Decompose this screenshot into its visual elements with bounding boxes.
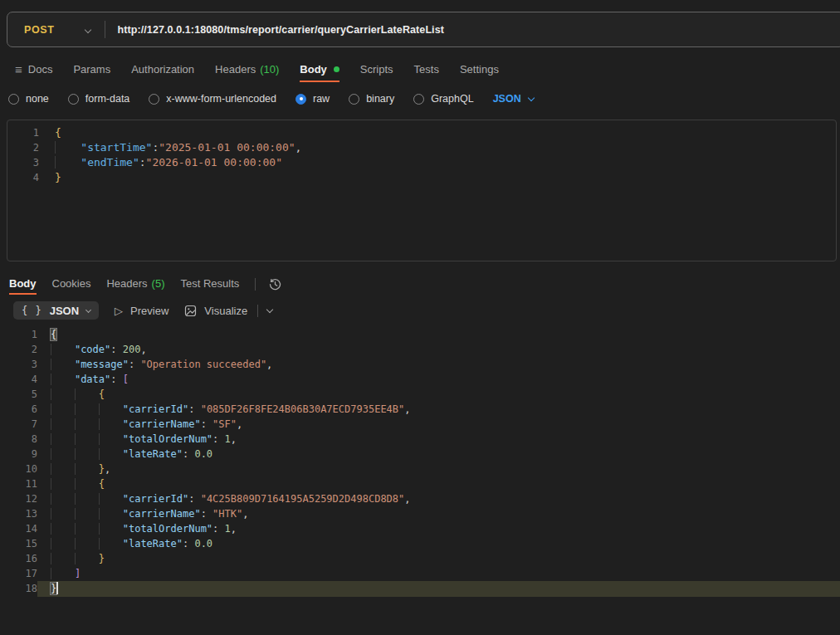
line-number: 15 (0, 536, 37, 551)
code-line[interactable]: 10 }, (0, 462, 840, 476)
body-type-row: none form-data x-www-form-urlencoded raw… (8, 86, 840, 111)
line-number: 18 (0, 581, 37, 597)
chevron-down-icon (527, 95, 534, 101)
line-number: 3 (7, 155, 39, 170)
line-number: 14 (0, 521, 37, 536)
tab-label: Tests (414, 63, 439, 76)
body-type-binary[interactable]: binary (349, 93, 394, 105)
code-line[interactable]: 12 "carrierId": "4C25B809D7164195A5259D2… (0, 491, 840, 506)
request-body-editor[interactable]: 1{2 "startTime":"2025-01-01 00:00:00",3 … (7, 120, 837, 261)
code-line[interactable]: 1{ (7, 125, 836, 140)
image-icon (184, 305, 197, 317)
body-type-x-www-form-urlencoded[interactable]: x-www-form-urlencoded (149, 93, 276, 105)
docs-icon: ≡ (15, 63, 22, 76)
url-input[interactable]: http://127.0.0.1:18080/tms/report/carrie… (117, 24, 444, 36)
radio-icon (295, 94, 306, 105)
tab-response-headers[interactable]: Headers (5) (106, 273, 164, 295)
tab-label: Headers (215, 63, 256, 76)
line-number: 2 (7, 140, 39, 155)
tab-scripts[interactable]: Scripts (360, 56, 393, 82)
code-line[interactable]: 18} (0, 581, 840, 597)
body-type-graphql[interactable]: GraphQL (413, 93, 473, 105)
line-number: 4 (0, 372, 37, 387)
tab-label: Headers (106, 277, 147, 290)
code-line[interactable]: 6 "carrierId": "085DF26F8FE24B06B30A7ECD… (0, 402, 840, 417)
tab-params[interactable]: Params (73, 56, 110, 82)
preview-button[interactable]: ▷ Preview (115, 305, 168, 317)
code-line[interactable]: 3 "endTime":"2026-01-01 00:00:00" (7, 155, 836, 170)
code-line[interactable]: 4 "data": [ (0, 372, 840, 387)
line-number: 10 (0, 462, 37, 476)
line-number: 4 (7, 170, 39, 185)
tab-label: Body (300, 63, 327, 76)
more-options-chevron[interactable] (266, 306, 273, 313)
tab-settings[interactable]: Settings (460, 56, 499, 82)
line-number: 8 (0, 432, 37, 447)
visualize-label: Visualize (204, 305, 247, 317)
line-number: 11 (0, 476, 37, 491)
request-url-bar: POST http://127.0.0.1:18080/tms/report/c… (7, 12, 840, 47)
code-line[interactable]: 2 "code": 200, (0, 342, 840, 357)
raw-format-select[interactable]: JSON (493, 93, 534, 105)
line-number: 16 (0, 551, 37, 566)
radio-label: x-www-form-urlencoded (166, 93, 276, 105)
url-bar-divider (105, 21, 105, 38)
radio-label: raw (313, 93, 330, 105)
code-line[interactable]: 9 "lateRate": 0.0 (0, 447, 840, 462)
line-number: 3 (0, 357, 37, 372)
response-body-editor[interactable]: 1{2 "code": 200,3 "message": "Operation … (0, 327, 840, 597)
radio-icon (8, 94, 19, 105)
line-number: 1 (0, 327, 37, 342)
tab-response-cookies[interactable]: Cookies (52, 273, 91, 295)
tab-label: Settings (460, 63, 499, 76)
chevron-down-icon (85, 306, 91, 312)
tab-label: Params (73, 63, 110, 76)
controls-divider (257, 305, 258, 317)
code-line[interactable]: 13 "carrierName": "HTK", (0, 506, 840, 521)
tab-label: Authorization (131, 63, 194, 76)
code-line[interactable]: 15 "lateRate": 0.0 (0, 536, 840, 551)
tab-docs[interactable]: ≡ Docs (15, 56, 52, 82)
radio-icon (149, 94, 159, 105)
history-clock-icon (268, 277, 282, 291)
tab-body[interactable]: Body (300, 56, 339, 82)
response-tabs: Body Cookies Headers (5) Test Results (9, 273, 840, 295)
code-line[interactable]: 16 } (0, 551, 840, 566)
tab-tests[interactable]: Tests (414, 56, 439, 82)
body-type-form-data[interactable]: form-data (68, 93, 130, 105)
code-line[interactable]: 8 "totalOrderNum": 1, (0, 432, 840, 447)
tab-test-results[interactable]: Test Results (181, 273, 240, 295)
method-selector[interactable]: POST (24, 24, 54, 36)
code-line[interactable]: 11 { (0, 476, 840, 491)
code-line[interactable]: 5 { (0, 387, 840, 402)
tab-response-body[interactable]: Body (9, 273, 37, 295)
radio-icon (68, 94, 79, 105)
tab-authorization[interactable]: Authorization (131, 56, 194, 82)
radio-icon (349, 94, 359, 105)
radio-label: form-data (85, 93, 130, 105)
visualize-button[interactable]: Visualize (184, 305, 247, 317)
response-format-button[interactable]: { } JSON (13, 301, 99, 320)
body-type-raw[interactable]: raw (295, 93, 330, 105)
body-type-none[interactable]: none (8, 93, 49, 105)
line-number: 9 (0, 447, 37, 462)
code-line[interactable]: 1{ (0, 327, 840, 342)
code-line[interactable]: 17 ] (0, 566, 840, 581)
method-dropdown-button[interactable] (85, 22, 90, 37)
tab-headers[interactable]: Headers (10) (215, 56, 279, 82)
tab-label: Body (9, 277, 37, 290)
preview-label: Preview (130, 305, 168, 317)
code-line[interactable]: 2 "startTime":"2025-01-01 00:00:00", (7, 140, 836, 155)
raw-format-value: JSON (493, 93, 521, 105)
response-controls: { } JSON ▷ Preview Visualize (13, 301, 840, 320)
code-line[interactable]: 7 "carrierName": "SF", (0, 417, 840, 432)
line-number: 12 (0, 491, 37, 506)
line-number: 2 (0, 342, 37, 357)
code-line[interactable]: 14 "totalOrderNum": 1, (0, 521, 840, 536)
response-headers-count-badge: (5) (152, 277, 165, 290)
radio-label: binary (366, 93, 394, 105)
code-line[interactable]: 4} (7, 170, 836, 185)
response-history-button[interactable] (268, 277, 282, 291)
headers-count-badge: (10) (260, 63, 279, 76)
code-line[interactable]: 3 "message": "Operation succeeded", (0, 357, 840, 372)
